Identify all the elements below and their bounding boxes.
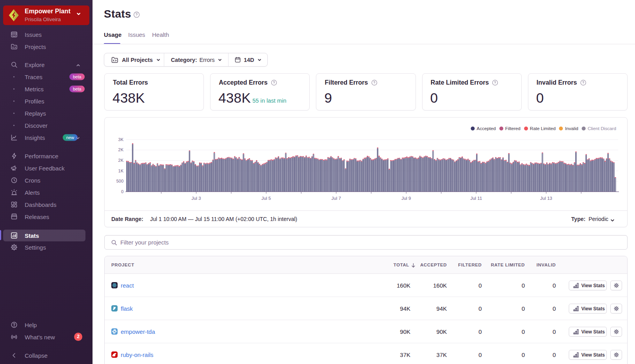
- svg-text:1K: 1K: [118, 168, 124, 173]
- svg-text:2K: 2K: [118, 147, 124, 152]
- svg-text:500: 500: [116, 179, 123, 183]
- svg-text:Jul 11: Jul 11: [470, 196, 482, 201]
- svg-text:Jul 9: Jul 9: [401, 196, 411, 201]
- svg-text:2K: 2K: [118, 158, 124, 163]
- svg-text:3K: 3K: [118, 137, 124, 142]
- svg-text:Jul 3: Jul 3: [191, 196, 201, 201]
- svg-text:Jul 5: Jul 5: [261, 196, 271, 201]
- svg-text:0: 0: [121, 189, 123, 194]
- svg-text:Jul 13: Jul 13: [540, 196, 552, 201]
- svg-text:Jul 7: Jul 7: [332, 196, 341, 201]
